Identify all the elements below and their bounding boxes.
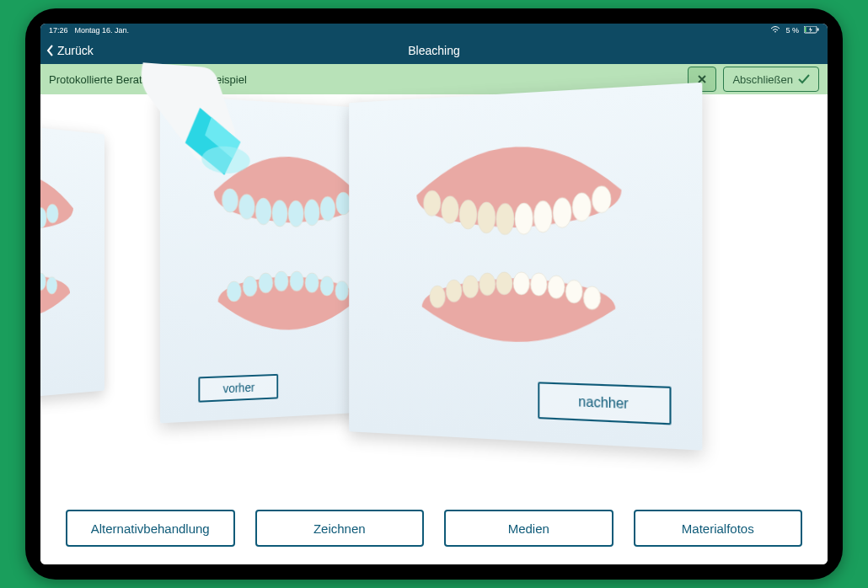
page-title: Bleaching xyxy=(40,44,828,57)
svg-point-28 xyxy=(275,271,289,291)
action-bar: Alternativbehandlung Zeichnen Medien Mat… xyxy=(40,492,828,564)
svg-rect-1 xyxy=(817,28,819,30)
nav-bar: Zurück Bleaching xyxy=(40,37,828,64)
before-label: vorher xyxy=(198,374,278,403)
battery-icon xyxy=(804,26,819,35)
svg-point-52 xyxy=(565,280,582,303)
svg-point-46 xyxy=(463,275,479,298)
svg-point-44 xyxy=(430,286,445,307)
after-label: nachher xyxy=(538,382,671,425)
svg-point-34 xyxy=(424,190,441,216)
svg-point-20 xyxy=(272,200,287,227)
svg-point-53 xyxy=(583,286,600,310)
finish-label: Abschließen xyxy=(732,73,793,86)
carousel-card[interactable] xyxy=(40,116,104,405)
finish-consultation-button[interactable]: Abschließen xyxy=(723,67,819,92)
content-area: vorher xyxy=(40,94,828,564)
svg-point-35 xyxy=(442,196,458,224)
svg-point-33 xyxy=(201,145,249,174)
svg-point-39 xyxy=(515,203,533,235)
svg-point-38 xyxy=(496,203,514,235)
svg-point-16 xyxy=(46,277,56,295)
svg-point-32 xyxy=(335,281,349,301)
chevron-left-icon xyxy=(46,45,56,56)
status-time: 17:26 xyxy=(49,26,68,35)
back-label: Zurück xyxy=(57,44,94,57)
svg-point-25 xyxy=(227,281,241,302)
svg-point-49 xyxy=(513,272,530,295)
svg-point-42 xyxy=(572,193,591,222)
carousel-card[interactable]: nachher xyxy=(349,83,702,451)
wifi-icon xyxy=(770,26,780,35)
svg-point-37 xyxy=(478,202,496,233)
status-battery: 5 % xyxy=(785,26,799,35)
svg-point-48 xyxy=(496,272,512,295)
alternative-treatment-button[interactable]: Alternativbehandlung xyxy=(66,510,235,547)
svg-point-30 xyxy=(305,273,319,292)
svg-point-29 xyxy=(290,271,303,291)
svg-point-21 xyxy=(288,200,303,227)
svg-point-23 xyxy=(320,196,335,221)
svg-point-9 xyxy=(46,204,58,223)
svg-point-40 xyxy=(533,200,552,233)
svg-point-45 xyxy=(446,280,462,302)
svg-point-36 xyxy=(459,200,477,229)
svg-rect-2 xyxy=(805,27,806,32)
svg-point-22 xyxy=(304,199,319,225)
svg-point-41 xyxy=(553,197,571,227)
media-carousel[interactable]: vorher xyxy=(40,94,828,492)
check-icon xyxy=(798,74,810,84)
svg-point-47 xyxy=(480,273,496,296)
bleaching-device-icon xyxy=(134,62,273,214)
svg-point-43 xyxy=(592,185,611,212)
svg-point-51 xyxy=(548,275,565,298)
screen: 17:26 Montag 16. Jan. 5 % Zurück Bleachi… xyxy=(40,24,828,564)
tablet-frame: 17:26 Montag 16. Jan. 5 % Zurück Bleachi… xyxy=(25,8,843,580)
status-bar: 17:26 Montag 16. Jan. 5 % xyxy=(40,24,828,37)
draw-button[interactable]: Zeichnen xyxy=(255,510,425,547)
svg-point-50 xyxy=(530,273,547,296)
media-button[interactable]: Medien xyxy=(444,510,613,547)
status-date: Montag 16. Jan. xyxy=(75,26,130,35)
material-photos-button[interactable]: Materialfotos xyxy=(634,510,803,547)
svg-point-31 xyxy=(320,276,334,296)
back-button[interactable]: Zurück xyxy=(46,44,94,57)
svg-point-26 xyxy=(243,276,257,297)
svg-point-27 xyxy=(259,273,273,293)
